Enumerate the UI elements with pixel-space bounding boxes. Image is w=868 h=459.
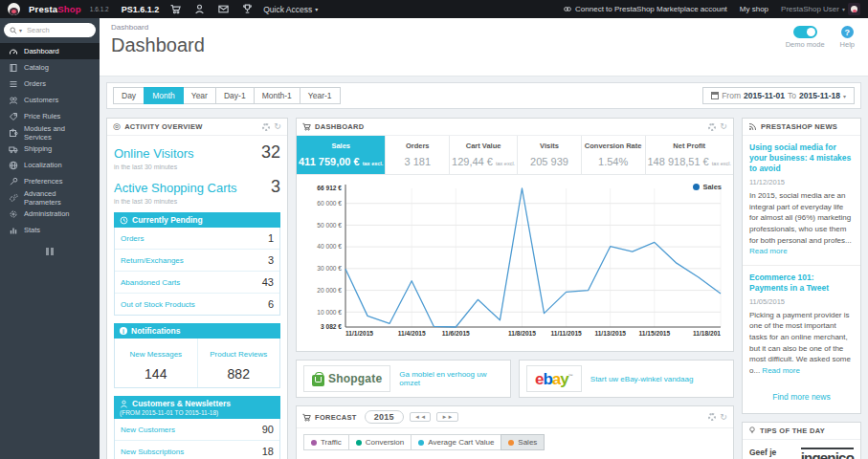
prestashop-logo-icon[interactable] [8,3,20,15]
news-article-title[interactable]: Using social media for your business: 4 … [749,142,854,174]
list-icon [9,79,18,89]
sidebar-item-modules[interactable]: Modules and Services [0,124,100,141]
panel-refresh-icon[interactable]: ↻ [720,413,727,422]
customer-icon[interactable] [191,4,207,14]
new-customers-link[interactable]: New Customers [121,426,175,434]
forecast-sales-toggle[interactable]: Sales [501,434,545,450]
read-more-link[interactable]: Read more [762,366,800,375]
next-year-button[interactable]: ►► [436,412,457,422]
new-subscriptions-link[interactable]: New Subscriptions [121,448,184,456]
sidebar-item-customers[interactable]: Customers [0,92,100,108]
sidebar-item-dashboard[interactable]: Dashboard [0,43,100,59]
range-year-button[interactable]: Year [183,87,216,104]
find-more-news-link[interactable]: Find more news [743,383,860,413]
person-icon [120,400,128,408]
panel-refresh-icon[interactable]: ↻ [274,122,281,131]
active-carts-link[interactable]: Active Shopping Carts [114,181,237,195]
sidebar-item-stats[interactable]: Stats [0,222,100,238]
brand: PrestaShop [29,4,81,14]
new-messages-cell[interactable]: New Messages144 [115,339,197,387]
sidebar-collapse-button[interactable] [0,248,100,255]
tips-heading: Geef je Sales in het buitenland een Boos… [749,448,790,459]
search-type-caret[interactable]: ▾ [19,27,22,33]
shopgate-link[interactable]: Ga mobiel en verhoog uw omzet [399,370,503,387]
demo-mode-label: Demo mode [786,40,825,49]
sidebar-item-administration[interactable]: Administration [0,206,100,222]
demo-mode-toggle[interactable] [793,26,817,38]
calendar-icon [711,92,719,99]
ingenico-logo[interactable]: ingenico Paymentservices [794,448,854,459]
sidebar-item-orders[interactable]: Orders [0,76,100,92]
active-carts-sub: in the last 30 minutes [114,198,280,205]
kpi-conversion-rate-tab[interactable]: Conversion Rate1.54% [582,136,646,174]
kpi-visits-tab[interactable]: Visits205 939 [518,136,582,174]
avg-cart-dot [418,440,424,446]
sidebar-item-localization[interactable]: Localization [0,157,100,173]
new-subscriptions-value: 18 [262,446,274,457]
news-article-title[interactable]: Ecommerce 101: Payments in a Tweet [749,273,854,294]
trophy-icon[interactable] [239,4,255,14]
product-reviews-value: 882 [200,366,278,382]
product-reviews-cell[interactable]: Product Reviews882 [197,339,280,387]
pending-returns-link[interactable]: Return/Exchanges [121,256,184,265]
info-icon: i [120,327,127,335]
range-month-button[interactable]: Month [144,87,184,104]
kpi-sales-tab[interactable]: Sales411 759,00 € tax excl. [297,136,386,174]
version-label: 1.6.1.2 [90,6,109,12]
forecast-traffic-toggle[interactable]: Traffic [303,434,349,450]
help-button[interactable]: ? [841,26,854,38]
panel-settings-icon[interactable] [708,413,716,421]
ebay-logo[interactable]: ebay™ [526,365,582,392]
conversion-dot [356,440,362,446]
previous-year-button[interactable]: ◄◄ [410,412,431,422]
date-range-picker[interactable]: From2015-11-01 To2015-11-18 ▾ [702,87,855,104]
kpi-cart-value-tab[interactable]: Cart Value129,44 € tax excl. [450,136,518,174]
sidebar-item-preferences[interactable]: Preferences [0,173,100,189]
range-day-button[interactable]: Day [113,87,145,104]
dashboard-panel: DASHBOARD ↻ Sales411 759,00 € tax excl. … [296,118,734,352]
range-year-1-button[interactable]: Year-1 [300,87,341,104]
mail-icon[interactable] [215,4,231,14]
my-shop-link[interactable]: My shop [740,5,768,13]
user-menu[interactable]: PrestaShop User▾ [781,3,860,15]
forecast-year-input[interactable]: 2015 [365,410,404,424]
breadcrumb[interactable]: Dashboard [111,23,857,32]
lightbulb-icon [748,426,756,435]
ebay-link[interactable]: Start uw eBay-winkel vandaag [590,375,694,383]
brand-shop: Shop [57,4,81,14]
shopgate-logo[interactable]: Shopgate [303,365,390,392]
kpi-net-profit-tab[interactable]: Net Profit148 918,51 € tax excl. [646,136,733,174]
online-visitors-link[interactable]: Online Visitors [114,146,194,161]
panel-refresh-icon[interactable]: ↻ [720,122,727,131]
quick-access-menu[interactable]: Quick Access▾ [263,5,318,14]
range-day-1-button[interactable]: Day-1 [215,87,255,104]
sidebar-item-shipping[interactable]: Shipping [0,141,100,157]
abandoned-carts-link[interactable]: Abandoned Carts [121,278,180,287]
prestashop-admin: PrestaShop 1.6.1.2 PS1.6.1.2 Quick Acces… [0,0,868,459]
sidebar-item-price-rules[interactable]: Price Rules [0,108,100,124]
chart-legend: Sales [693,183,722,191]
sidebar-search[interactable]: ▾ [4,23,96,37]
activity-overview-panel: ◎ ACTIVITY OVERVIEW ↻ Online Visitors32 … [106,118,288,459]
forecast-conversion-toggle[interactable]: Conversion [348,434,412,450]
book-icon [9,63,18,73]
bar-chart-icon [9,226,18,235]
chevron-down-icon: ▾ [843,93,846,99]
read-more-link[interactable]: Read more [749,247,788,255]
clock-icon [120,216,128,225]
kpi-orders-tab[interactable]: Orders3 181 [386,136,450,174]
panel-settings-icon[interactable] [262,123,270,131]
sales-chart: Sales 3 082 €10 000 €20 000 €30 000 €40 … [297,175,733,351]
marketplace-link[interactable]: Connect to PrestaShop Marketplace accoun… [563,5,727,13]
range-month-1-button[interactable]: Month-1 [254,87,300,104]
cart-icon[interactable] [167,4,183,14]
search-input[interactable] [27,26,82,34]
news-article-excerpt: In 2015, social media are an integral pa… [749,190,854,257]
panel-settings-icon[interactable] [708,123,716,131]
out-of-stock-link[interactable]: Out of Stock Products [121,300,195,309]
sidebar-item-catalog[interactable]: Catalog [0,59,100,76]
sidebar-item-advanced-parameters[interactable]: Advanced Parameters [0,189,100,206]
pending-orders-link[interactable]: Orders [121,234,144,243]
forecast-avg-cart-toggle[interactable]: Average Cart Value [411,434,501,450]
sidebar-item-label: Orders [24,79,46,88]
